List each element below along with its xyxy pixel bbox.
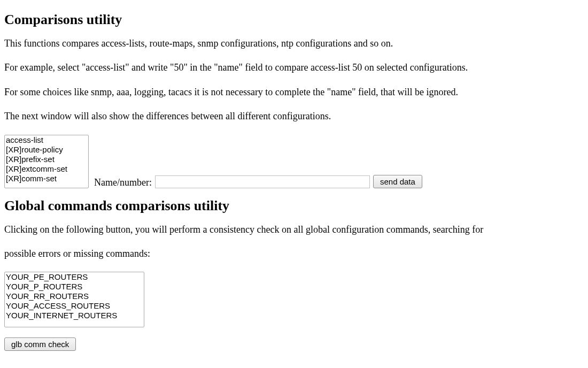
glb-comm-check-button[interactable]: glb comm check — [4, 338, 76, 351]
select-option[interactable]: YOUR_RR_ROUTERS — [5, 292, 144, 301]
comparison-form-row: access-list[XR]route-policy[XR]prefix-se… — [4, 135, 584, 188]
comparisons-heading: Comparisons utility — [4, 12, 584, 28]
select-option[interactable]: YOUR_ACCESS_ROUTERS — [5, 301, 144, 311]
select-option[interactable]: YOUR_INTERNET_ROUTERS — [5, 311, 144, 320]
name-number-input[interactable] — [155, 175, 370, 188]
send-data-button[interactable]: send data — [373, 175, 422, 188]
select-option[interactable]: YOUR_P_ROUTERS — [5, 282, 144, 292]
select-option[interactable]: [XR]prefix-set — [5, 155, 88, 164]
glb-button-wrap: glb comm check — [4, 338, 584, 351]
select-option[interactable]: [XR]route-policy — [5, 145, 88, 155]
global-commands-heading: Global commands comparisons utility — [4, 198, 584, 214]
select-option[interactable]: access-list — [5, 135, 88, 145]
global-paragraph-2: possible errors or missing commands: — [4, 248, 584, 260]
select-option[interactable]: [XR]extcomm-set — [5, 164, 88, 174]
global-paragraph-1: Clicking on the following button, you wi… — [4, 224, 584, 236]
intro-paragraph-4: The next window will also show the diffe… — [4, 110, 584, 122]
intro-paragraph-2: For example, select "access-list" and wr… — [4, 62, 584, 74]
routers-select[interactable]: YOUR_PE_ROUTERSYOUR_P_ROUTERSYOUR_RR_ROU… — [4, 272, 144, 327]
name-number-label: Name/number: — [94, 177, 152, 188]
objecttype-select[interactable]: access-list[XR]route-policy[XR]prefix-se… — [4, 135, 89, 188]
intro-paragraph-3: For some choices like snmp, aaa, logging… — [4, 86, 584, 98]
select-option[interactable]: YOUR_PE_ROUTERS — [5, 272, 144, 282]
select-option[interactable]: [XR]comm-set — [5, 174, 88, 183]
intro-paragraph-1: This functions compares access-lists, ro… — [4, 37, 584, 50]
